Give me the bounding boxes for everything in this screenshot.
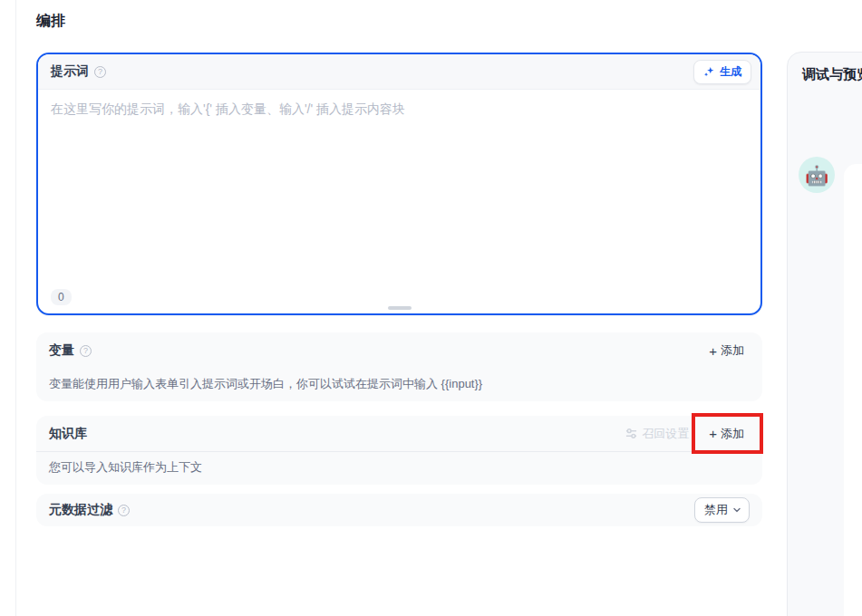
knowledge-title-wrap: 知识库 bbox=[49, 426, 87, 442]
sidebar-divider bbox=[15, 0, 16, 616]
knowledge-card: 知识库 召回设置 + 添加 您可以导入知识库作为上下文 bbox=[36, 416, 762, 485]
help-icon[interactable]: ? bbox=[80, 345, 92, 357]
debug-panel-title: 调试与预览 bbox=[788, 53, 862, 97]
generate-button[interactable]: 生成 bbox=[693, 60, 751, 84]
plus-icon: + bbox=[709, 344, 717, 358]
metadata-filter-title: 元数据过滤 bbox=[49, 502, 112, 518]
prompt-card-header: 提示词 ? 生成 bbox=[38, 54, 760, 90]
help-icon[interactable]: ? bbox=[118, 505, 130, 516]
knowledge-add-button[interactable]: + 添加 bbox=[703, 422, 750, 446]
metadata-filter-toggle[interactable]: 禁用 bbox=[694, 497, 750, 523]
bot-avatar: 🤖 bbox=[799, 157, 835, 193]
knowledge-header-actions: 召回设置 + 添加 bbox=[624, 422, 750, 446]
page-title: 编排 bbox=[36, 12, 65, 31]
bot-message-bubble bbox=[844, 164, 862, 616]
variables-title-wrap: 变量 ? bbox=[49, 342, 92, 359]
robot-icon: 🤖 bbox=[805, 166, 828, 185]
knowledge-description: 您可以导入知识库作为上下文 bbox=[36, 452, 762, 476]
variables-title: 变量 bbox=[49, 342, 74, 359]
knowledge-add-label: 添加 bbox=[721, 426, 744, 442]
variables-header: 变量 ? + 添加 bbox=[36, 332, 762, 369]
prompt-editor-placeholder: 在这里写你的提示词，输入'{' 插入变量、输入'/' 插入提示内容块 bbox=[51, 101, 748, 118]
plus-icon: + bbox=[709, 427, 717, 440]
variables-card: 变量 ? + 添加 变量能使用用户输入表单引入提示词或开场白，你可以试试在提示词… bbox=[36, 332, 762, 401]
variables-add-label: 添加 bbox=[721, 342, 744, 359]
recall-settings-button[interactable]: 召回设置 bbox=[624, 422, 691, 446]
variables-add-button[interactable]: + 添加 bbox=[703, 339, 750, 362]
sparkle-icon bbox=[703, 66, 715, 78]
metadata-title-wrap: 元数据过滤 ? bbox=[49, 502, 130, 518]
chevron-down-icon bbox=[732, 505, 741, 515]
prompt-editor[interactable]: 在这里写你的提示词，输入'{' 插入变量、输入'/' 插入提示内容块 bbox=[38, 90, 760, 281]
knowledge-title: 知识库 bbox=[49, 426, 87, 442]
debug-preview-panel: 调试与预览 🤖 bbox=[787, 52, 862, 616]
prompt-title-wrap: 提示词 ? bbox=[51, 63, 106, 80]
prompt-title: 提示词 bbox=[51, 63, 89, 80]
knowledge-header: 知识库 召回设置 + 添加 bbox=[36, 416, 762, 452]
char-count-badge: 0 bbox=[51, 289, 72, 305]
recall-settings-label: 召回设置 bbox=[642, 426, 689, 442]
sliders-icon bbox=[625, 428, 637, 439]
resize-handle[interactable] bbox=[388, 306, 412, 310]
metadata-filter-toggle-label: 禁用 bbox=[704, 502, 728, 518]
help-icon[interactable]: ? bbox=[94, 66, 106, 78]
metadata-filter-card: 元数据过滤 ? 禁用 bbox=[36, 494, 762, 526]
prompt-card: 提示词 ? 生成 在这里写你的提示词，输入'{' 插入变量、输入'/' 插入提示… bbox=[36, 53, 762, 315]
prompt-card-footer: 0 bbox=[38, 281, 760, 313]
variables-description: 变量能使用用户输入表单引入提示词或开场白，你可以试试在提示词中输入 {{inpu… bbox=[36, 369, 762, 392]
generate-button-label: 生成 bbox=[720, 64, 741, 80]
